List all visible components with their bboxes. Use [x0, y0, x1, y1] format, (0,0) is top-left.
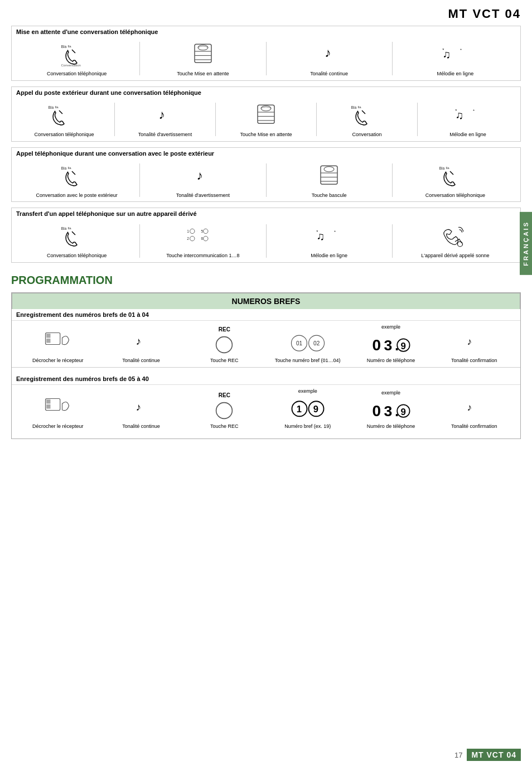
section-transfer-title: Transfert d'un appel téléphonique sur un… — [12, 208, 520, 219]
prog-cell-rec1: REC Touche REC — [183, 326, 266, 364]
svg-text:Bla: Bla — [439, 166, 445, 170]
header-title: MT VCT 04 — [448, 7, 521, 21]
cell-bascule-label: Touche bascule — [312, 192, 347, 199]
section-hold: Mise en attente d'une conversation télép… — [11, 26, 521, 81]
svg-text:0: 0 — [372, 402, 381, 420]
footer-page-number: 17 — [454, 751, 462, 759]
svg-text:♪: ♪ — [467, 402, 472, 413]
svg-text:⋆: ⋆ — [460, 47, 462, 52]
phone-receiver-icon2 — [41, 394, 75, 422]
section-tel-call-title: Appel téléphonique durant une conversati… — [12, 148, 520, 159]
phone-handset-icon3: Bla lla — [350, 102, 384, 129]
cell-phone-conv1: Bla lla Conversation téléphonique Conver… — [14, 41, 139, 77]
prog-section2-title: Enregistrement des numéros brefs de 05 à… — [12, 373, 520, 384]
cell-hold2: Touche Mise en attente — [216, 102, 316, 138]
phone-handset-icon: Bla lla Conversation téléphonique — [60, 41, 94, 69]
prog-cell-num-bref-label: Numéro bref (ex. 19) — [284, 423, 331, 430]
rec-top-label1: REC — [219, 326, 230, 333]
cell-phone-conv4-label: Conversation téléphonique — [47, 253, 107, 259]
music-notes-icon4: ♫ ⋆ ⋆ — [312, 223, 346, 250]
svg-text:Conversation: Conversation — [61, 64, 80, 67]
cell-tone1: ♪ Tonalité continue — [267, 41, 392, 77]
phone-receiver-icon1 — [41, 328, 75, 356]
svg-rect-51 — [46, 334, 51, 338]
prog-cell-key01-label: Touche numéro bref (01…04) — [275, 358, 341, 364]
prog-cell-num2: exemple 0 3 . 9 Numéro de téléphone — [349, 390, 432, 430]
cell-melody1-label: Mélodie en ligne — [437, 71, 474, 77]
cell-hold-label: Touche Mise en attente — [177, 71, 229, 77]
num2-top-label: exemple — [381, 390, 400, 396]
numeros-brefs-title: NUMEROS BREFS — [12, 293, 520, 309]
prog-cell-receiver2-label: Décrocher le récepteur — [32, 423, 84, 430]
prog-section1-title: Enregistrement des numéros brefs de 01 à… — [12, 309, 520, 320]
prog-cell-conf1-label: Tonalité confirmation — [451, 358, 497, 364]
svg-text:⋆: ⋆ — [316, 228, 319, 234]
svg-text:lla: lla — [446, 166, 450, 169]
number-19-icon: 1 9 — [291, 395, 325, 422]
hold-button-icon — [186, 41, 220, 69]
prog-cell-tone-cont2: ♪ Tonalité continue — [99, 394, 182, 430]
svg-text:Bla: Bla — [61, 166, 66, 170]
svg-text:⋆: ⋆ — [454, 107, 458, 112]
music-note-icon3: ♪ — [186, 162, 220, 190]
prog-cell-rec2: REC Touche REC — [183, 392, 266, 430]
cell-tone2-label: Tonalité d'avertissement — [138, 132, 192, 138]
prog-cell-num1-label: Numéro de téléphone — [367, 358, 415, 364]
section-ext-call-title: Appel du poste extérieur durant une conv… — [12, 87, 520, 98]
key-01-02-icon: 01 02 — [288, 331, 327, 356]
section-hold-diagram: Bla lla Conversation téléphonique Conver… — [12, 37, 520, 80]
svg-text:Bla: Bla — [351, 105, 357, 109]
svg-text:téléphonique: téléphonique — [61, 68, 80, 69]
cell-intercom: 1 5 2 6 Touche intercommunication 1…8 — [140, 223, 265, 259]
cell-conversation-label: Conversation — [352, 132, 381, 138]
svg-text:Bla: Bla — [49, 105, 54, 109]
prog-cell-conf2-label: Tonalité confirmation — [451, 423, 497, 430]
svg-text:1: 1 — [187, 229, 189, 233]
svg-rect-52 — [46, 339, 51, 343]
cell-ring-phone-label: L'appareil dérivé appelé sonne — [421, 253, 489, 259]
prog-cell-rec1-label: Touche REC — [210, 358, 239, 364]
cell-tone2: ♪ Tonalité d'avertissement — [115, 102, 215, 138]
svg-text:3: 3 — [384, 403, 392, 420]
svg-text:1: 1 — [296, 404, 301, 414]
svg-text:Bla: Bla — [61, 45, 66, 49]
main-content: Mise en attente d'une conversation télép… — [0, 26, 532, 439]
svg-text:0: 0 — [372, 337, 381, 354]
prog-cell-receiver2: Décrocher le récepteur — [16, 394, 99, 430]
cell-phone-conv2-label: Conversation téléphonique — [34, 132, 94, 138]
music-note-prog2: ♪ — [127, 394, 155, 422]
programmation-title: PROGRAMMATION — [11, 274, 521, 287]
svg-text:02: 02 — [313, 340, 320, 346]
svg-text:2: 2 — [187, 237, 189, 240]
cell-melody2: ♫ ⋆ ⋆ Mélodie en ligne — [418, 102, 518, 138]
prog-cell-key01: 01 02 Touche numéro bref (01…04) — [266, 331, 349, 364]
section-tel-diagram: Bla lla Conversation avec le poste extér… — [12, 159, 520, 202]
music-notes-icon1: ♫ ⋆ ⋆ — [438, 41, 472, 69]
prog-section1: Enregistrement des numéros brefs de 01 à… — [12, 309, 520, 368]
prog-cell-rec2-label: Touche REC — [210, 423, 239, 430]
cell-tel-conv: Bla lla Conversation téléphonique — [393, 162, 518, 199]
svg-text:9: 9 — [313, 404, 318, 414]
svg-point-20 — [261, 106, 271, 111]
prog-cell-num-bref: exemple 1 9 Numéro bref (ex. 19) — [266, 388, 349, 430]
section-tel-call: Appel téléphonique durant une conversati… — [11, 147, 521, 203]
svg-text:01: 01 — [296, 340, 303, 346]
svg-text:lla: lla — [358, 105, 362, 108]
svg-text:9: 9 — [400, 341, 405, 351]
hold-button-icon3 — [312, 162, 346, 190]
svg-rect-66 — [46, 399, 51, 404]
prog-cell-num2-label: Numéro de téléphone — [367, 423, 415, 430]
page-header: MT VCT 04 — [0, 0, 532, 26]
svg-text:6: 6 — [201, 237, 203, 240]
svg-text:lla: lla — [55, 105, 59, 108]
number-039-icon1: 0 3 . 9 — [371, 331, 410, 356]
page-footer: 17 MT VCT 04 — [0, 749, 521, 761]
phone-handset-icon6: Bla lla — [60, 223, 94, 250]
svg-text:lla: lla — [67, 166, 71, 169]
prog-section2-diagram: Décrocher le récepteur ♪ Tonalité contin… — [12, 384, 520, 433]
cell-ext-conv-label: Conversation avec le poste extérieur — [36, 192, 118, 199]
cell-bascule: Touche bascule — [267, 162, 392, 199]
svg-rect-67 — [46, 404, 51, 409]
rec-button-icon2 — [210, 399, 238, 422]
cell-phone-conv2: Bla lla Conversation téléphonique — [14, 102, 114, 138]
